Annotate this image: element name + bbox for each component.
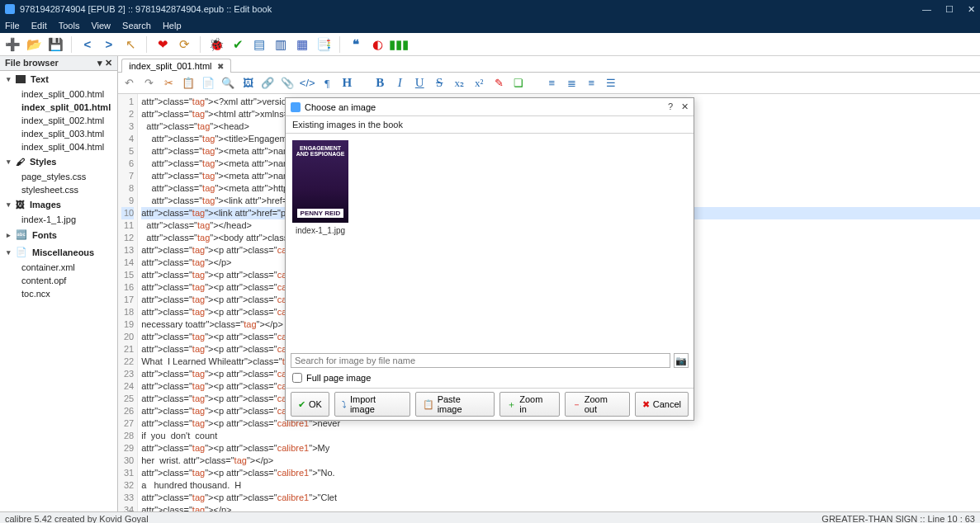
zoom-out-button[interactable]: －Zoom out <box>565 392 630 417</box>
section-fonts[interactable]: ▸🔤Fonts <box>0 226 117 243</box>
font-icon: 🔤 <box>16 229 27 240</box>
cancel-button[interactable]: ✖Cancel <box>635 392 689 417</box>
text-icon <box>16 75 26 83</box>
menu-file[interactable]: File <box>5 21 20 31</box>
window-controls: — ☐ ✕ <box>911 4 975 15</box>
toc-edit-icon[interactable]: ▤ <box>252 37 267 52</box>
minimize-button[interactable]: — <box>922 4 931 14</box>
misc-file[interactable]: toc.ncx <box>0 287 117 300</box>
text-file[interactable]: index_split_000.html <box>0 87 117 101</box>
section-images[interactable]: ▾🖼Images <box>0 196 117 213</box>
tab-active[interactable]: index_split_001.html✖ <box>121 59 230 73</box>
maximize-button[interactable]: ☐ <box>945 4 954 14</box>
misc-file[interactable]: content.opf <box>0 274 117 287</box>
dialog-close-icon[interactable]: ✕ <box>681 101 689 111</box>
align-justify-icon[interactable]: ☰ <box>604 76 618 91</box>
section-styles[interactable]: ▾🖌Styles <box>0 153 117 170</box>
dialog-help-icon[interactable]: ? <box>668 101 673 111</box>
image-search-input[interactable] <box>291 353 670 368</box>
align-center-icon[interactable]: ≣ <box>564 76 579 91</box>
image-insert-icon[interactable]: 🖼 <box>240 76 255 91</box>
full-page-checkbox[interactable] <box>292 373 302 383</box>
tab-bar: index_split_001.html✖ <box>118 56 980 73</box>
bgcolor-icon[interactable]: ❏ <box>511 76 526 91</box>
browse-folder-icon[interactable]: 📷 <box>674 353 689 368</box>
code-icon[interactable]: </> <box>300 76 315 91</box>
dialog-title: Choose an image <box>305 102 376 112</box>
menu-view[interactable]: View <box>91 21 111 31</box>
ok-button[interactable]: ✔OK <box>291 392 329 417</box>
new-file-icon[interactable]: ➕ <box>5 37 20 52</box>
open-file-icon[interactable]: 📂 <box>26 37 41 52</box>
text-file[interactable]: index_split_002.html <box>0 114 117 127</box>
forward-icon[interactable]: > <box>102 37 116 52</box>
copy-icon[interactable]: 📋 <box>181 76 196 91</box>
text-file[interactable]: index_split_001.html <box>0 101 117 114</box>
attach-icon[interactable]: 📎 <box>280 76 295 91</box>
heading-icon[interactable]: H <box>339 76 354 91</box>
bold-icon[interactable]: B <box>372 76 387 91</box>
bug-icon[interactable]: 🐞 <box>209 37 224 52</box>
search-icon[interactable]: 🔍 <box>220 76 235 91</box>
redo-icon[interactable]: ↷ <box>141 76 156 91</box>
text-file[interactable]: index_split_004.html <box>0 140 117 153</box>
line-gutter: 1234567891011121314151617181920212223242… <box>118 94 138 511</box>
bars-icon[interactable]: ▮▮▮ <box>391 37 406 52</box>
image-icon: 🖼 <box>16 200 25 210</box>
cut-icon[interactable]: ✂ <box>161 76 176 91</box>
heart-icon[interactable]: ❤ <box>155 37 170 52</box>
circle-icon[interactable]: ◐ <box>370 37 385 52</box>
window-title: 9781942874904 [EPUB 2] :: 9781942874904.… <box>20 4 272 14</box>
back-icon[interactable]: < <box>80 37 95 52</box>
status-left: calibre 5.42 created by Kovid Goyal <box>5 514 149 524</box>
thumbnail-caption: index-1_1.jpg <box>292 223 348 235</box>
underline-icon[interactable]: U <box>412 76 427 91</box>
refresh-icon[interactable]: ⟳ <box>177 37 192 52</box>
style-file[interactable]: page_styles.css <box>0 170 117 183</box>
file-browser-title: File browser <box>5 58 59 68</box>
menu-search[interactable]: Search <box>122 21 151 31</box>
undo-icon[interactable]: ↶ <box>121 76 136 91</box>
cursor-icon[interactable]: ↖ <box>123 37 138 52</box>
link-icon[interactable]: 🔗 <box>260 76 275 91</box>
dialog-icon <box>291 102 301 112</box>
menu-help[interactable]: Help <box>163 21 182 31</box>
page-icon[interactable]: ▥ <box>273 37 288 52</box>
misc-file[interactable]: container.xml <box>0 261 117 274</box>
main-toolbar: ➕ 📂 💾 < > ↖ ❤ ⟳ 🐞 ✔ ▤ ▥ ▦ 📑 ❝ ◐ ▮▮▮ <box>0 33 980 56</box>
save-icon[interactable]: 💾 <box>48 37 63 52</box>
copy-icon[interactable]: 📑 <box>316 37 331 52</box>
style-file[interactable]: stylesheet.css <box>0 183 117 196</box>
zoom-in-button[interactable]: ＋Zoom in <box>499 392 559 417</box>
menu-edit[interactable]: Edit <box>31 21 47 31</box>
paste-image-button[interactable]: 📋Paste image <box>415 392 495 417</box>
paste-icon[interactable]: 📄 <box>201 76 215 91</box>
status-right: GREATER-THAN SIGN :: Line 10 : 63 <box>821 514 975 524</box>
folder-icon: 📄 <box>16 247 27 257</box>
italic-icon[interactable]: I <box>392 76 407 91</box>
image-thumbnail[interactable]: ENGAGEMENT AND ESPIONAGE PENNY REID inde… <box>292 140 348 235</box>
section-misc[interactable]: ▾📄Miscellaneous <box>0 243 117 261</box>
superscript-icon[interactable]: x² <box>471 76 486 91</box>
dialog-image-list[interactable]: ENGAGEMENT AND ESPIONAGE PENNY REID inde… <box>286 133 694 350</box>
strike-icon[interactable]: S <box>432 76 447 91</box>
align-right-icon[interactable]: ≡ <box>584 76 599 91</box>
color-icon[interactable]: ✎ <box>491 76 506 91</box>
quote-icon[interactable]: ❝ <box>348 37 363 52</box>
subscript-icon[interactable]: x₂ <box>452 76 466 91</box>
check-icon[interactable]: ✔ <box>230 37 245 52</box>
file-browser-panel: File browser▾ ✕ ▾Text index_split_000.ht… <box>0 56 118 511</box>
menu-tools[interactable]: Tools <box>59 21 80 31</box>
import-image-button[interactable]: ⤵Import image <box>334 392 410 417</box>
tab-close-icon[interactable]: ✖ <box>217 62 224 71</box>
menubar: File Edit Tools View Search Help <box>0 18 980 33</box>
close-button[interactable]: ✕ <box>968 4 975 14</box>
panel-menu-icon[interactable]: ▾ ✕ <box>97 58 112 68</box>
image-file[interactable]: index-1_1.jpg <box>0 213 117 226</box>
section-text[interactable]: ▾Text <box>0 71 117 87</box>
word-icon[interactable]: ▦ <box>295 37 310 52</box>
dialog-subtitle: Existing images in the book <box>286 116 694 133</box>
para-icon[interactable]: ¶ <box>320 76 334 91</box>
text-file[interactable]: index_split_003.html <box>0 127 117 140</box>
align-left-icon[interactable]: ≡ <box>544 76 559 91</box>
